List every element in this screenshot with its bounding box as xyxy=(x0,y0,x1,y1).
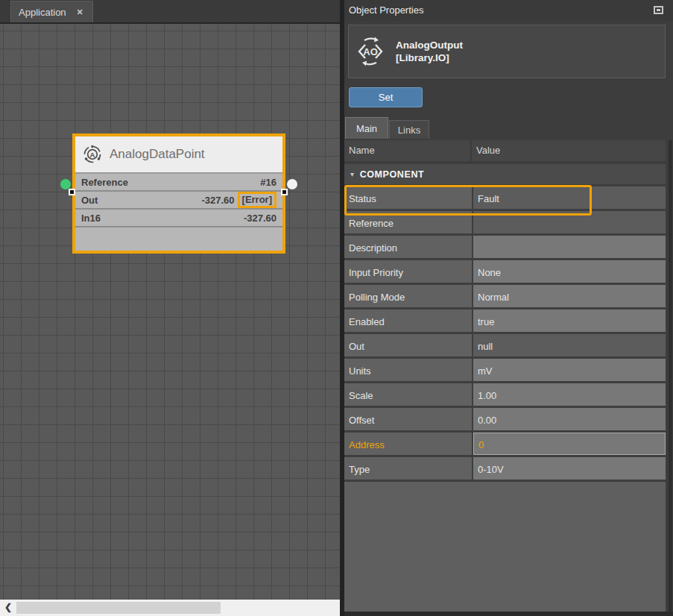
dock-window-icon[interactable] xyxy=(654,6,663,14)
property-value-cell[interactable]: mV xyxy=(473,359,666,381)
object-library: [Library.IO] xyxy=(396,51,463,64)
node-row[interactable]: Reference #16 xyxy=(75,174,282,192)
property-name-cell: Description xyxy=(344,236,472,258)
node-row[interactable] xyxy=(75,227,282,251)
object-properties-panel: Object Properties AO AnalogOutput [Libra… xyxy=(344,0,673,616)
column-header-name: Name xyxy=(344,140,472,161)
section-component[interactable]: ▾ COMPONENT xyxy=(344,164,666,186)
wiresheet-canvas[interactable]: A AnalogDataPoint Reference #16 Out -327… xyxy=(0,22,340,600)
tab-application[interactable]: Application ✕ xyxy=(10,1,93,22)
selection-handle-right[interactable] xyxy=(281,189,288,195)
property-row-type[interactable]: Type 0-10V xyxy=(344,457,666,482)
property-value-cell[interactable]: 0 xyxy=(473,433,666,455)
property-row-out[interactable]: Out null xyxy=(344,334,666,359)
tab-links[interactable]: Links xyxy=(389,120,429,139)
node-slot-rows: Reference #16 Out -327.60 [Error] In16 -… xyxy=(75,174,282,251)
property-value-cell[interactable]: null xyxy=(473,334,666,356)
panel-right-groove xyxy=(669,140,672,612)
property-value-cell[interactable]: Fault xyxy=(473,186,666,209)
tab-main[interactable]: Main xyxy=(345,117,388,139)
node-row-name: Reference xyxy=(81,177,128,188)
property-row-description[interactable]: Description xyxy=(344,236,666,260)
object-header: AO AnalogOutput [Library.IO] xyxy=(348,25,666,78)
tab-application-label: Application xyxy=(19,7,66,18)
collapse-triangle-icon: ▾ xyxy=(350,170,355,178)
property-row-status[interactable]: Status Fault xyxy=(344,186,666,211)
section-component-label: COMPONENT xyxy=(360,169,425,180)
dock-window-icon-bar xyxy=(657,9,660,11)
column-header-value: Value xyxy=(472,140,666,161)
property-row-reference[interactable]: Reference xyxy=(344,211,666,236)
property-value-cell[interactable] xyxy=(473,211,666,233)
analog-point-icon: A xyxy=(83,145,102,164)
node-row-value: -327.60 xyxy=(244,213,277,224)
property-name-cell: Type xyxy=(344,457,472,480)
node-analog-data-point[interactable]: A AnalogDataPoint Reference #16 Out -327… xyxy=(72,133,285,254)
property-name-cell: Out xyxy=(344,334,472,356)
property-row-units[interactable]: Units mV xyxy=(344,359,666,383)
property-value-cell[interactable]: 1.00 xyxy=(473,383,666,406)
node-row[interactable]: In16 -327.60 xyxy=(75,210,282,227)
svg-text:AO: AO xyxy=(363,46,378,57)
property-name-cell: Enabled xyxy=(344,309,472,332)
property-value-cell[interactable]: true xyxy=(473,309,666,332)
node-row-value: -327.60 xyxy=(201,195,234,206)
property-row-input-priority[interactable]: Input Priority None xyxy=(344,260,666,285)
node-row-value: #16 xyxy=(260,177,277,188)
property-name-cell: Offset xyxy=(344,408,472,430)
node-header: A AnalogDataPoint xyxy=(75,136,282,174)
property-name-cell: Polling Mode xyxy=(344,285,472,307)
property-row-address[interactable]: Address 0 xyxy=(344,433,666,457)
node-row-name: Out xyxy=(81,195,98,206)
property-name-cell: Address xyxy=(344,433,472,455)
output-connector-dot[interactable] xyxy=(287,179,297,189)
node-row[interactable]: Out -327.60 [Error] xyxy=(75,192,282,210)
tab-close-icon[interactable]: ✕ xyxy=(77,7,83,17)
property-row-enabled[interactable]: Enabled true xyxy=(344,309,666,334)
property-value-cell[interactable]: None xyxy=(473,260,666,283)
property-grid-header: Name Value xyxy=(344,140,666,161)
set-button[interactable]: Set xyxy=(349,87,423,107)
property-value-cell[interactable] xyxy=(473,236,666,258)
node-row-name: In16 xyxy=(81,213,101,224)
scroll-left-arrow-icon[interactable]: ❮ xyxy=(4,602,12,612)
property-value-cell[interactable]: 0-10V xyxy=(473,457,666,480)
canvas-horizontal-scrollbar[interactable]: ❮ xyxy=(0,600,340,616)
node-row-error-badge: [Error] xyxy=(238,192,277,208)
property-value-cell[interactable]: Normal xyxy=(473,285,666,307)
table-backdrop xyxy=(344,482,666,612)
app-root: Application ✕ A AnalogDataPoint xyxy=(0,0,673,616)
property-table: ▾ COMPONENT Status Fault Reference Descr… xyxy=(344,164,666,612)
property-rows: Status Fault Reference Description Input… xyxy=(344,186,666,482)
node-title: AnalogDataPoint xyxy=(110,147,205,162)
svg-text:A: A xyxy=(90,151,95,159)
scrollbar-thumb[interactable] xyxy=(16,602,221,614)
property-name-cell: Units xyxy=(344,359,472,381)
object-name: AnalogOutput xyxy=(396,39,463,51)
analog-output-icon: AO xyxy=(355,36,386,67)
property-name-cell: Status xyxy=(344,186,472,209)
property-row-offset[interactable]: Offset 0.00 xyxy=(344,408,666,433)
panel-bottom-edge xyxy=(344,612,673,616)
property-name-cell: Reference xyxy=(344,211,472,233)
property-value-cell[interactable]: 0.00 xyxy=(473,408,666,430)
property-row-scale[interactable]: Scale 1.00 xyxy=(344,383,666,408)
property-name-cell: Input Priority xyxy=(344,260,472,283)
canvas-tab-bar: Application ✕ xyxy=(0,0,340,22)
property-name-cell: Scale xyxy=(344,383,472,406)
panel-titlebar: Object Properties xyxy=(344,0,673,21)
property-row-polling-mode[interactable]: Polling Mode Normal xyxy=(344,285,666,309)
canvas-panel: Application ✕ A AnalogDataPoint xyxy=(0,0,340,616)
selection-handle-left[interactable] xyxy=(69,189,75,195)
panel-title: Object Properties xyxy=(349,4,423,16)
input-connector-dot[interactable] xyxy=(60,179,71,189)
